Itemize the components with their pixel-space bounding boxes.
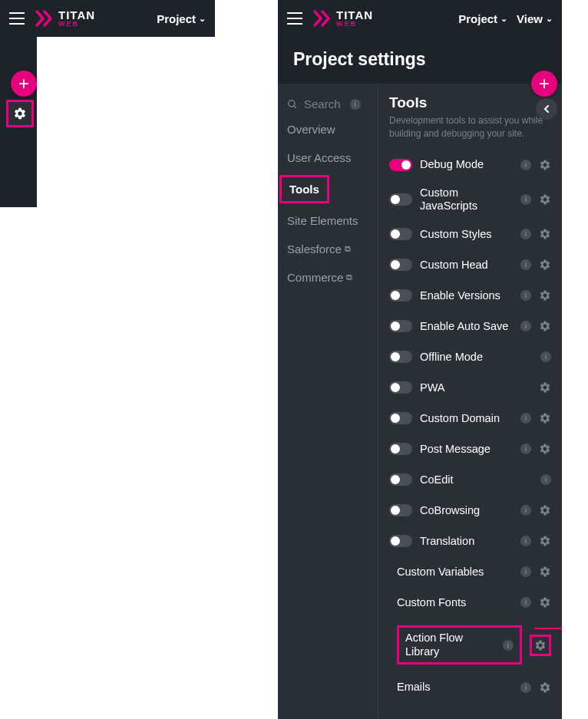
toggle-cobrowsing[interactable]: [389, 504, 412, 516]
settings-nav: Search i OverviewUser AccessToolsSite El…: [278, 84, 378, 719]
info-icon[interactable]: i: [520, 259, 531, 270]
tool-label-wrap[interactable]: Translationi: [420, 535, 531, 548]
logo-icon: [312, 8, 332, 28]
toggle-post-message[interactable]: [389, 443, 412, 455]
info-icon[interactable]: i: [520, 444, 531, 454]
tool-row-custom-javascripts: Custom JavaScriptsi: [389, 180, 551, 219]
tool-label-wrap[interactable]: Action Flow Libraryi: [397, 625, 522, 665]
info-icon[interactable]: i: [520, 682, 531, 693]
left-window: TITANWEB Project⌄ +: [0, 0, 215, 37]
add-button[interactable]: +: [531, 71, 557, 97]
gear-icon[interactable]: [539, 381, 551, 394]
info-icon[interactable]: i: [503, 640, 514, 651]
nav-item-tools[interactable]: Tools: [279, 175, 329, 203]
toggle-pwa[interactable]: [389, 381, 412, 394]
tool-row-offline-mode: Offline Modei: [389, 341, 551, 372]
nav-item-commerce[interactable]: Commerce⧉: [278, 263, 378, 292]
gear-icon[interactable]: [539, 504, 551, 516]
info-icon[interactable]: i: [520, 290, 531, 301]
tool-row-custom-domain: Custom Domaini: [389, 403, 551, 434]
gear-icon[interactable]: [539, 535, 551, 547]
nav-item-salesforce[interactable]: Salesforce⧉: [278, 235, 378, 263]
gear-icon[interactable]: [539, 412, 551, 424]
tool-label-wrap[interactable]: Custom JavaScriptsi: [420, 186, 531, 213]
info-icon[interactable]: i: [520, 229, 531, 239]
gear-icon[interactable]: [539, 566, 551, 578]
tool-label-wrap[interactable]: Custom Headi: [420, 259, 531, 272]
tool-label-wrap[interactable]: Offline Modei: [420, 351, 551, 364]
gear-icon[interactable]: [539, 443, 551, 455]
tool-label: Custom Fonts: [397, 596, 516, 609]
gear-icon[interactable]: [539, 259, 551, 271]
tool-label-wrap[interactable]: Enable Versionsi: [420, 289, 531, 302]
project-menu[interactable]: Project⌄: [157, 12, 206, 25]
info-icon[interactable]: i: [520, 536, 531, 546]
info-icon[interactable]: i: [520, 413, 531, 424]
add-button[interactable]: +: [11, 71, 37, 97]
tool-label-wrap[interactable]: Custom Stylesi: [420, 228, 531, 241]
hamburger-icon[interactable]: [287, 12, 302, 25]
tool-label: Debug Mode: [420, 158, 516, 171]
info-icon[interactable]: i: [540, 474, 551, 485]
info-icon[interactable]: i: [520, 160, 531, 170]
chevron-down-icon: ⌄: [199, 14, 206, 24]
toggle-custom-javascripts[interactable]: [389, 193, 412, 206]
brand-main: TITAN: [336, 9, 373, 21]
tool-row-enable-versions: Enable Versionsi: [389, 280, 551, 311]
tool-row-emails: Emailsi: [389, 672, 551, 703]
tool-label-wrap[interactable]: Custom Domaini: [420, 412, 531, 425]
info-icon[interactable]: i: [520, 321, 531, 331]
gear-icon[interactable]: [539, 159, 551, 171]
gear-icon[interactable]: [539, 289, 551, 302]
logo: TITANWEB: [34, 8, 95, 28]
gear-icon[interactable]: [530, 635, 551, 656]
toggle-translation[interactable]: [389, 535, 412, 547]
accent-line: [534, 628, 562, 629]
tool-label: Enable Versions: [420, 289, 516, 302]
tool-label-wrap[interactable]: Enable Auto Savei: [420, 320, 531, 333]
tools-title: Tools: [389, 94, 551, 111]
gear-icon[interactable]: [539, 681, 551, 694]
tool-label-wrap[interactable]: CoEditi: [420, 473, 551, 486]
nav-item-label: Overview: [287, 123, 335, 136]
tool-label-wrap[interactable]: Debug Modei: [420, 158, 531, 171]
tool-label: CoBrowsing: [420, 504, 516, 517]
brand-sub: WEB: [58, 21, 95, 28]
tool-label-wrap[interactable]: Custom Fontsi: [397, 596, 531, 609]
tool-label-wrap[interactable]: PWA: [420, 381, 531, 394]
toggle-enable-versions[interactable]: [389, 289, 412, 302]
toggle-custom-head[interactable]: [389, 259, 412, 271]
toggle-enable-auto-save[interactable]: [389, 320, 412, 332]
gear-icon[interactable]: [539, 320, 551, 332]
info-icon[interactable]: i: [540, 351, 551, 362]
tool-row-pwa: PWA: [389, 372, 551, 403]
gear-icon[interactable]: [539, 596, 551, 609]
toggle-debug-mode[interactable]: [389, 159, 412, 171]
settings-button[interactable]: [6, 100, 34, 127]
nav-item-user-access[interactable]: User Access: [278, 143, 378, 172]
tool-label-wrap[interactable]: Post Messagei: [420, 443, 531, 456]
search-icon: [287, 99, 298, 110]
toggle-custom-domain[interactable]: [389, 412, 412, 424]
tool-label-wrap[interactable]: Emailsi: [397, 681, 531, 694]
collapse-button[interactable]: [536, 98, 557, 120]
toggle-custom-styles[interactable]: [389, 228, 412, 240]
nav-search[interactable]: Search i: [278, 93, 378, 115]
toggle-coedit[interactable]: [389, 473, 412, 486]
gear-icon[interactable]: [539, 228, 551, 240]
view-menu[interactable]: View⌄: [517, 12, 553, 25]
nav-item-overview[interactable]: Overview: [278, 115, 378, 143]
info-icon[interactable]: i: [520, 597, 531, 608]
tool-label-wrap[interactable]: CoBrowsingi: [420, 504, 531, 517]
tool-label-wrap[interactable]: Custom Variablesi: [397, 566, 531, 579]
tool-row-custom-fonts: Custom Fontsi: [389, 587, 551, 618]
hamburger-icon[interactable]: [9, 12, 25, 25]
gear-icon[interactable]: [539, 193, 551, 206]
info-icon[interactable]: i: [520, 194, 531, 205]
nav-item-site-elements[interactable]: Site Elements: [278, 206, 378, 235]
info-icon[interactable]: i: [520, 566, 531, 577]
project-menu[interactable]: Project⌄: [458, 12, 507, 25]
info-icon[interactable]: i: [520, 505, 531, 516]
external-link-icon: ⧉: [346, 272, 352, 282]
toggle-offline-mode[interactable]: [389, 351, 412, 363]
